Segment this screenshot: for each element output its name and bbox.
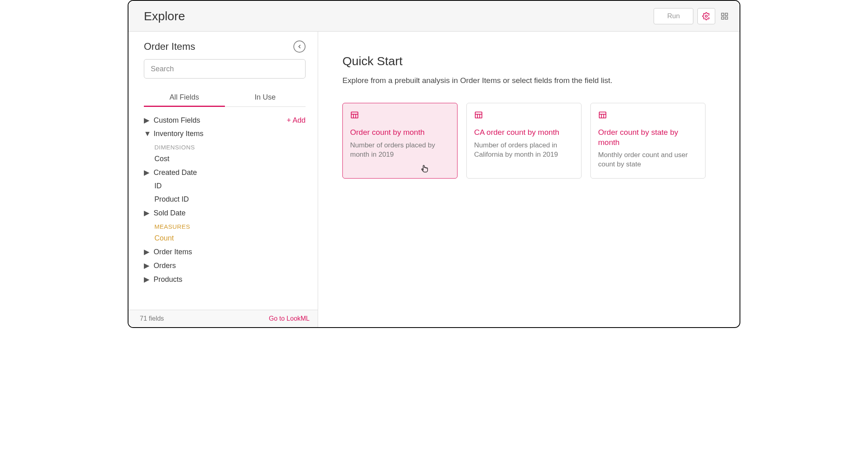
field-id[interactable]: ID bbox=[154, 179, 306, 193]
card-description: Monthly order count and user count by st… bbox=[598, 151, 698, 169]
search-input[interactable] bbox=[144, 59, 306, 79]
svg-rect-9 bbox=[475, 112, 482, 118]
field-count-label: 71 fields bbox=[140, 315, 164, 322]
quick-start-heading: Quick Start bbox=[342, 54, 715, 68]
page-title: Explore bbox=[144, 9, 185, 23]
svg-rect-2 bbox=[725, 13, 728, 15]
tab-in-use[interactable]: In Use bbox=[225, 88, 306, 106]
card-title: Order count by month bbox=[350, 128, 450, 138]
caret-down-icon: ▼ bbox=[144, 130, 151, 138]
collapse-sidebar-button[interactable] bbox=[293, 40, 306, 53]
field-cost[interactable]: Cost bbox=[154, 152, 306, 166]
card-description: Number of orders placed in California by… bbox=[474, 141, 574, 160]
topbar: Explore Run bbox=[128, 1, 740, 32]
field-count[interactable]: Count bbox=[154, 232, 306, 245]
field-sold-date[interactable]: ▶ Sold Date bbox=[144, 206, 306, 220]
table-icon bbox=[474, 111, 574, 121]
svg-rect-1 bbox=[722, 13, 724, 15]
caret-right-icon: ▶ bbox=[144, 261, 151, 270]
grid-icon bbox=[720, 12, 729, 20]
gear-icon bbox=[702, 12, 710, 20]
svg-point-0 bbox=[706, 15, 708, 17]
table-icon bbox=[350, 111, 450, 121]
run-button[interactable]: Run bbox=[654, 8, 693, 24]
caret-right-icon: ▶ bbox=[144, 116, 151, 125]
card-description: Number of orders placed by month in 2019 bbox=[350, 141, 450, 160]
cursor-pointer-icon bbox=[420, 163, 429, 175]
quick-start-subtitle: Explore from a prebuilt analysis in Orde… bbox=[342, 76, 715, 85]
tab-all-fields[interactable]: All Fields bbox=[144, 88, 225, 106]
settings-button[interactable] bbox=[697, 8, 715, 24]
card-title: CA order count by month bbox=[474, 128, 574, 138]
caret-right-icon: ▶ bbox=[144, 209, 151, 217]
svg-rect-4 bbox=[725, 17, 728, 19]
svg-rect-3 bbox=[722, 17, 724, 19]
field-picker-sidebar: Order Items All Fields In Use ▶ Custom F… bbox=[128, 32, 318, 327]
svg-rect-13 bbox=[599, 112, 606, 118]
explore-name: Order Items bbox=[144, 41, 195, 52]
go-to-lookml-link[interactable]: Go to LookML bbox=[269, 315, 310, 322]
caret-right-icon: ▶ bbox=[144, 168, 151, 177]
dimensions-heading: DIMENSIONS bbox=[154, 144, 306, 151]
custom-fields-group[interactable]: Custom Fields bbox=[154, 116, 200, 125]
table-icon bbox=[598, 111, 698, 121]
measures-heading: MEASURES bbox=[154, 223, 306, 230]
chevron-left-icon bbox=[297, 44, 302, 49]
products-group[interactable]: ▶ Products bbox=[144, 272, 306, 286]
add-custom-field-button[interactable]: + Add bbox=[286, 116, 306, 125]
quick-start-card[interactable]: CA order count by month Number of orders… bbox=[466, 103, 582, 179]
inventory-items-group[interactable]: Inventory Items bbox=[154, 130, 306, 138]
svg-rect-5 bbox=[351, 112, 358, 118]
caret-right-icon: ▶ bbox=[144, 275, 151, 284]
orders-group[interactable]: ▶ Orders bbox=[144, 259, 306, 272]
main-content: Quick Start Explore from a prebuilt anal… bbox=[318, 32, 740, 327]
card-title: Order count by state by month bbox=[598, 128, 698, 147]
quick-start-card[interactable]: Order count by state by month Monthly or… bbox=[590, 103, 706, 179]
field-created-date[interactable]: ▶ Created Date bbox=[144, 166, 306, 179]
caret-right-icon: ▶ bbox=[144, 247, 151, 256]
field-product-id[interactable]: Product ID bbox=[154, 193, 306, 206]
quick-start-card[interactable]: Order count by month Number of orders pl… bbox=[342, 103, 458, 179]
dashboard-grid-button[interactable] bbox=[718, 8, 731, 24]
order-items-group[interactable]: ▶ Order Items bbox=[144, 245, 306, 259]
